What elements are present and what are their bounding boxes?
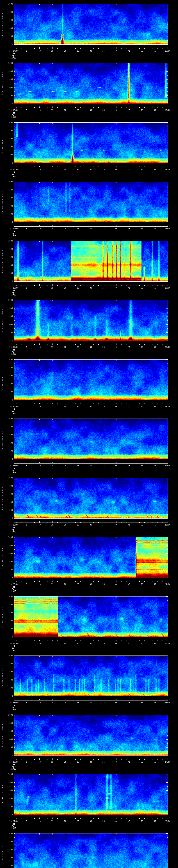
y-axis-tick-label: 1000 (0, 536, 13, 538)
y-axis-tick-label: 200 (0, 332, 13, 334)
y-axis-tick-label: 800 (0, 485, 13, 487)
x-start-time-label: 16:17:00 (3, 228, 24, 230)
x-axis-tick-label: 20 (60, 583, 70, 585)
x-start-time-label: 16:14:00 (3, 50, 24, 52)
x-axis-tick-label: 20 (60, 406, 70, 408)
x-end-time-label: 22:00 (160, 465, 175, 467)
x-axis-tick-label: 15 (47, 761, 58, 763)
x-axis-tick-label: 50 (137, 702, 147, 704)
x-axis-tick-label: 30 (86, 583, 96, 585)
y-axis-tick-label: 1000 (0, 122, 13, 124)
y-axis-tick-label: 800 (0, 248, 13, 250)
y-axis-tick-label: 600 (0, 138, 13, 140)
x-axis-tick-label: 50 (137, 109, 147, 111)
spectrogram-panel: Frequency (Hz) 02004006008001000 5101520… (0, 178, 178, 237)
y-axis-tick-label: 800 (0, 130, 13, 132)
y-axis-tick-label: 200 (0, 154, 13, 156)
date-year: 2015 (7, 57, 21, 59)
y-axis-tick-label: 0 (0, 399, 13, 401)
x-axis-tick-label: 40 (111, 287, 121, 289)
x-axis-tick-label: 25 (73, 702, 83, 704)
y-axis-title: Frequency (Hz) (1, 72, 3, 95)
y-axis-tick-label: 1000 (0, 181, 13, 183)
x-axis-tick-label: 50 (137, 50, 147, 52)
y-axis-title: Frequency (Hz) (1, 427, 3, 451)
x-start-date-label: 24 Apr 2015 (7, 645, 21, 652)
y-axis-tick-label: 600 (0, 256, 13, 258)
x-axis-tick-label: 40 (111, 643, 121, 645)
x-axis-tick-label: 15 (47, 583, 58, 585)
x-axis-tick-label: 45 (124, 524, 135, 526)
x-axis-tick-label: 30 (86, 465, 96, 467)
x-axis-tick-label: 55 (149, 287, 160, 289)
x-axis-tick-label: 20 (60, 465, 70, 467)
spectrogram-panel: Frequency (Hz) 02004006008001000 5101520… (0, 474, 178, 533)
x-axis-tick-label: 10 (34, 761, 45, 763)
date-year: 2015 (7, 827, 21, 829)
x-axis-tick-label: 30 (86, 820, 96, 823)
x-axis-tick-label: 20 (60, 287, 70, 289)
y-axis-tick-label: 600 (0, 493, 13, 495)
x-axis-tick-label: 15 (47, 287, 58, 289)
y-axis-tick-label: 400 (0, 146, 13, 148)
y-axis-tick-label: 800 (0, 70, 13, 72)
x-axis-tick-label: 25 (73, 820, 83, 823)
x-axis-tick-label: 30 (86, 643, 96, 645)
y-axis-tick-label: 400 (0, 561, 13, 563)
x-start-time-label: 16:16:00 (3, 168, 24, 170)
y-axis-tick-label: 0 (0, 814, 13, 816)
spectrogram-panel: Frequency (Hz) 02004006008001000 5101520… (0, 592, 178, 652)
x-start-time-label: 16:22:00 (3, 524, 24, 526)
x-start-time-label: 16:24:00 (3, 643, 24, 645)
x-axis-tick-label: 55 (149, 761, 160, 763)
x-axis-tick-label: 15 (47, 465, 58, 467)
y-axis-title: Frequency (Hz) (1, 12, 3, 36)
x-axis-tick-label: 15 (47, 109, 58, 111)
spectrogram-panel: Frequency (Hz) 02004006008001000 5101520… (0, 296, 178, 355)
x-axis-tick-label: 10 (34, 109, 45, 111)
spectrogram-panel: Frequency (Hz) 02004006008001000 5101520… (0, 237, 178, 296)
x-axis-tick-label: 40 (111, 524, 121, 526)
x-axis-tick-label: 45 (124, 346, 135, 348)
x-axis-tick-label: 55 (149, 465, 160, 467)
x-start-time-label: 16:21:00 (3, 465, 24, 467)
x-axis-tick-label: 40 (111, 702, 121, 704)
x-axis-tick-label: 15 (47, 524, 58, 526)
x-start-date-label: 24 Apr 2015 (7, 467, 21, 474)
y-axis-tick-label: 1000 (0, 477, 13, 479)
x-axis-tick-label: 10 (34, 524, 45, 526)
x-start-date-label: 24 Apr 2015 (7, 764, 21, 770)
y-axis-title: Frequency (Hz) (1, 842, 3, 865)
x-end-time-label: 15:00 (160, 50, 175, 52)
x-axis-tick-label: 55 (149, 583, 160, 585)
x-axis-tick-label: 25 (73, 346, 83, 348)
x-axis-tick-label: 20 (60, 820, 70, 823)
x-axis-tick-label: 30 (86, 524, 96, 526)
y-axis-tick-label: 1000 (0, 359, 13, 361)
date-year: 2015 (7, 294, 21, 296)
x-axis-tick-label: 15 (47, 228, 58, 230)
y-axis-tick-label: 400 (0, 323, 13, 326)
date-year: 2015 (7, 531, 21, 533)
y-axis-tick-label: 600 (0, 197, 13, 199)
x-axis-tick-label: 45 (124, 287, 135, 289)
x-axis-tick-label: 40 (111, 820, 121, 823)
x-axis-tick-label: 10 (34, 643, 45, 645)
x-axis-tick-label: 45 (124, 50, 135, 52)
x-axis-tick-label: 15 (47, 346, 58, 348)
x-axis-tick-label: 45 (124, 465, 135, 467)
y-axis-tick-label: 1000 (0, 832, 13, 835)
y-axis-tick-label: 600 (0, 730, 13, 732)
x-axis-tick-label: 25 (73, 406, 83, 408)
spectrogram-panel: Frequency (Hz) 02004006008001000 5101520… (0, 830, 178, 868)
x-axis-tick-label: 35 (98, 583, 109, 585)
y-axis-title: Frequency (Hz) (1, 546, 3, 569)
y-axis-tick-label: 800 (0, 722, 13, 724)
y-axis-tick-label: 800 (0, 307, 13, 309)
y-axis-title: Frequency (Hz) (1, 723, 3, 747)
date-year: 2015 (7, 709, 21, 711)
y-axis-tick-label: 1000 (0, 773, 13, 775)
date-year: 2015 (7, 590, 21, 592)
x-start-time-label: 16:15:00 (3, 109, 24, 111)
y-axis-tick-label: 600 (0, 315, 13, 317)
